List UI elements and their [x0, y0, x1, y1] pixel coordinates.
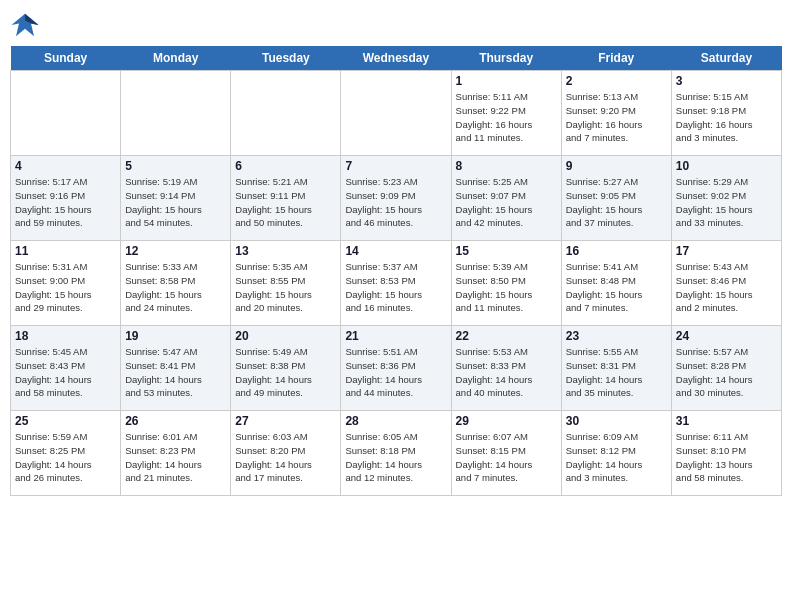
week-row-3: 11Sunrise: 5:31 AM Sunset: 9:00 PM Dayli… [11, 241, 782, 326]
calendar-cell: 5Sunrise: 5:19 AM Sunset: 9:14 PM Daylig… [121, 156, 231, 241]
day-number: 21 [345, 329, 446, 343]
calendar-cell: 1Sunrise: 5:11 AM Sunset: 9:22 PM Daylig… [451, 71, 561, 156]
cell-content: Sunrise: 5:31 AM Sunset: 9:00 PM Dayligh… [15, 261, 92, 313]
cell-content: Sunrise: 5:59 AM Sunset: 8:25 PM Dayligh… [15, 431, 92, 483]
calendar-cell: 4Sunrise: 5:17 AM Sunset: 9:16 PM Daylig… [11, 156, 121, 241]
day-number: 18 [15, 329, 116, 343]
day-header-tuesday: Tuesday [231, 46, 341, 71]
cell-content: Sunrise: 5:51 AM Sunset: 8:36 PM Dayligh… [345, 346, 422, 398]
cell-content: Sunrise: 5:41 AM Sunset: 8:48 PM Dayligh… [566, 261, 643, 313]
day-number: 7 [345, 159, 446, 173]
calendar-cell: 24Sunrise: 5:57 AM Sunset: 8:28 PM Dayli… [671, 326, 781, 411]
calendar-cell: 15Sunrise: 5:39 AM Sunset: 8:50 PM Dayli… [451, 241, 561, 326]
calendar-cell: 21Sunrise: 5:51 AM Sunset: 8:36 PM Dayli… [341, 326, 451, 411]
cell-content: Sunrise: 6:01 AM Sunset: 8:23 PM Dayligh… [125, 431, 202, 483]
calendar-cell: 18Sunrise: 5:45 AM Sunset: 8:43 PM Dayli… [11, 326, 121, 411]
day-header-thursday: Thursday [451, 46, 561, 71]
calendar-cell: 20Sunrise: 5:49 AM Sunset: 8:38 PM Dayli… [231, 326, 341, 411]
day-header-saturday: Saturday [671, 46, 781, 71]
day-number: 30 [566, 414, 667, 428]
calendar-cell: 8Sunrise: 5:25 AM Sunset: 9:07 PM Daylig… [451, 156, 561, 241]
calendar-cell: 22Sunrise: 5:53 AM Sunset: 8:33 PM Dayli… [451, 326, 561, 411]
cell-content: Sunrise: 6:09 AM Sunset: 8:12 PM Dayligh… [566, 431, 643, 483]
day-header-sunday: Sunday [11, 46, 121, 71]
week-row-4: 18Sunrise: 5:45 AM Sunset: 8:43 PM Dayli… [11, 326, 782, 411]
cell-content: Sunrise: 6:07 AM Sunset: 8:15 PM Dayligh… [456, 431, 533, 483]
calendar-cell: 7Sunrise: 5:23 AM Sunset: 9:09 PM Daylig… [341, 156, 451, 241]
logo-icon [10, 10, 40, 40]
cell-content: Sunrise: 5:55 AM Sunset: 8:31 PM Dayligh… [566, 346, 643, 398]
cell-content: Sunrise: 5:17 AM Sunset: 9:16 PM Dayligh… [15, 176, 92, 228]
cell-content: Sunrise: 5:19 AM Sunset: 9:14 PM Dayligh… [125, 176, 202, 228]
calendar-cell [341, 71, 451, 156]
day-number: 4 [15, 159, 116, 173]
calendar-cell [231, 71, 341, 156]
day-number: 27 [235, 414, 336, 428]
cell-content: Sunrise: 5:13 AM Sunset: 9:20 PM Dayligh… [566, 91, 643, 143]
day-number: 15 [456, 244, 557, 258]
calendar-cell: 30Sunrise: 6:09 AM Sunset: 8:12 PM Dayli… [561, 411, 671, 496]
day-number: 8 [456, 159, 557, 173]
cell-content: Sunrise: 5:39 AM Sunset: 8:50 PM Dayligh… [456, 261, 533, 313]
cell-content: Sunrise: 5:57 AM Sunset: 8:28 PM Dayligh… [676, 346, 753, 398]
day-header-wednesday: Wednesday [341, 46, 451, 71]
calendar-cell: 25Sunrise: 5:59 AM Sunset: 8:25 PM Dayli… [11, 411, 121, 496]
calendar-cell: 26Sunrise: 6:01 AM Sunset: 8:23 PM Dayli… [121, 411, 231, 496]
cell-content: Sunrise: 6:11 AM Sunset: 8:10 PM Dayligh… [676, 431, 753, 483]
cell-content: Sunrise: 5:27 AM Sunset: 9:05 PM Dayligh… [566, 176, 643, 228]
week-row-5: 25Sunrise: 5:59 AM Sunset: 8:25 PM Dayli… [11, 411, 782, 496]
day-number: 3 [676, 74, 777, 88]
week-row-1: 1Sunrise: 5:11 AM Sunset: 9:22 PM Daylig… [11, 71, 782, 156]
cell-content: Sunrise: 5:37 AM Sunset: 8:53 PM Dayligh… [345, 261, 422, 313]
day-number: 25 [15, 414, 116, 428]
day-number: 16 [566, 244, 667, 258]
calendar-cell: 27Sunrise: 6:03 AM Sunset: 8:20 PM Dayli… [231, 411, 341, 496]
cell-content: Sunrise: 5:11 AM Sunset: 9:22 PM Dayligh… [456, 91, 533, 143]
calendar-cell: 9Sunrise: 5:27 AM Sunset: 9:05 PM Daylig… [561, 156, 671, 241]
calendar-cell: 6Sunrise: 5:21 AM Sunset: 9:11 PM Daylig… [231, 156, 341, 241]
cell-content: Sunrise: 6:03 AM Sunset: 8:20 PM Dayligh… [235, 431, 312, 483]
day-number: 1 [456, 74, 557, 88]
calendar-cell: 11Sunrise: 5:31 AM Sunset: 9:00 PM Dayli… [11, 241, 121, 326]
cell-content: Sunrise: 5:53 AM Sunset: 8:33 PM Dayligh… [456, 346, 533, 398]
cell-content: Sunrise: 5:43 AM Sunset: 8:46 PM Dayligh… [676, 261, 753, 313]
calendar-table: SundayMondayTuesdayWednesdayThursdayFrid… [10, 46, 782, 496]
day-number: 5 [125, 159, 226, 173]
day-number: 10 [676, 159, 777, 173]
day-number: 26 [125, 414, 226, 428]
calendar-cell [121, 71, 231, 156]
day-number: 13 [235, 244, 336, 258]
calendar-cell: 31Sunrise: 6:11 AM Sunset: 8:10 PM Dayli… [671, 411, 781, 496]
day-number: 24 [676, 329, 777, 343]
day-number: 29 [456, 414, 557, 428]
calendar-cell [11, 71, 121, 156]
cell-content: Sunrise: 5:35 AM Sunset: 8:55 PM Dayligh… [235, 261, 312, 313]
day-number: 6 [235, 159, 336, 173]
calendar-cell: 23Sunrise: 5:55 AM Sunset: 8:31 PM Dayli… [561, 326, 671, 411]
day-number: 14 [345, 244, 446, 258]
cell-content: Sunrise: 5:45 AM Sunset: 8:43 PM Dayligh… [15, 346, 92, 398]
day-number: 22 [456, 329, 557, 343]
cell-content: Sunrise: 5:21 AM Sunset: 9:11 PM Dayligh… [235, 176, 312, 228]
day-header-monday: Monday [121, 46, 231, 71]
cell-content: Sunrise: 5:33 AM Sunset: 8:58 PM Dayligh… [125, 261, 202, 313]
calendar-cell: 3Sunrise: 5:15 AM Sunset: 9:18 PM Daylig… [671, 71, 781, 156]
calendar-cell: 2Sunrise: 5:13 AM Sunset: 9:20 PM Daylig… [561, 71, 671, 156]
logo [10, 10, 44, 40]
header-row: SundayMondayTuesdayWednesdayThursdayFrid… [11, 46, 782, 71]
calendar-cell: 28Sunrise: 6:05 AM Sunset: 8:18 PM Dayli… [341, 411, 451, 496]
cell-content: Sunrise: 5:15 AM Sunset: 9:18 PM Dayligh… [676, 91, 753, 143]
calendar-cell: 17Sunrise: 5:43 AM Sunset: 8:46 PM Dayli… [671, 241, 781, 326]
day-number: 11 [15, 244, 116, 258]
week-row-2: 4Sunrise: 5:17 AM Sunset: 9:16 PM Daylig… [11, 156, 782, 241]
calendar-cell: 29Sunrise: 6:07 AM Sunset: 8:15 PM Dayli… [451, 411, 561, 496]
calendar-cell: 13Sunrise: 5:35 AM Sunset: 8:55 PM Dayli… [231, 241, 341, 326]
cell-content: Sunrise: 5:25 AM Sunset: 9:07 PM Dayligh… [456, 176, 533, 228]
page-header [10, 10, 782, 40]
cell-content: Sunrise: 6:05 AM Sunset: 8:18 PM Dayligh… [345, 431, 422, 483]
calendar-cell: 16Sunrise: 5:41 AM Sunset: 8:48 PM Dayli… [561, 241, 671, 326]
cell-content: Sunrise: 5:47 AM Sunset: 8:41 PM Dayligh… [125, 346, 202, 398]
cell-content: Sunrise: 5:29 AM Sunset: 9:02 PM Dayligh… [676, 176, 753, 228]
day-number: 12 [125, 244, 226, 258]
calendar-cell: 14Sunrise: 5:37 AM Sunset: 8:53 PM Dayli… [341, 241, 451, 326]
